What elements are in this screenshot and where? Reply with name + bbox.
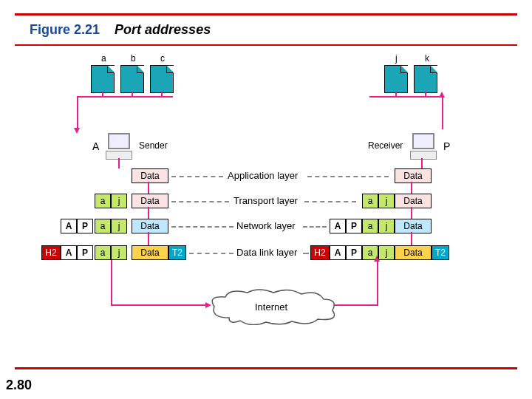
pdu-app-receiver: Data [395, 168, 432, 183]
bus-receiver [369, 96, 443, 98]
arrow-down-icon [74, 128, 80, 134]
hdr-j-r: j [378, 219, 395, 233]
stub [161, 92, 163, 96]
arrow-up-icon [374, 256, 380, 262]
hdr-dst-port-s: j [111, 194, 127, 208]
pdu-dl-sender: Data [132, 245, 168, 260]
hdr-a-s: a [95, 219, 111, 233]
stub [395, 92, 397, 96]
layer-dl: Data link layer [236, 247, 297, 258]
hdr-a-r: a [362, 219, 378, 233]
dash [304, 201, 356, 202]
stub [425, 92, 426, 96]
dash [303, 253, 309, 254]
hdr-j-r2: j [378, 245, 395, 260]
hdr-src-ip-r: A [330, 219, 346, 233]
hdr-src-port-s: a [95, 194, 111, 208]
path-h-left [111, 304, 207, 306]
diagram-page: Figure 2.21 Port addresses a b c j k A S… [0, 0, 532, 399]
rule-bottom [15, 367, 517, 369]
conn [148, 182, 149, 194]
hdr-src-port-r: a [362, 194, 378, 208]
path-down-left [111, 260, 112, 304]
conn [148, 232, 149, 245]
figure-number: Figure 2.21 [30, 22, 100, 37]
hdr-j-s: j [111, 219, 127, 233]
pdu-dl-receiver: Data [395, 245, 432, 260]
trailer-s: T2 [168, 245, 186, 260]
hdr-A-r2: A [330, 245, 346, 260]
dash [307, 176, 389, 177]
dash [303, 226, 327, 228]
hdr-frame-s: H2 [41, 245, 61, 260]
rule-under-title [15, 44, 517, 46]
hdr-j-s2: j [111, 245, 127, 260]
conn [411, 182, 412, 194]
host-role-receiver: Receiver [368, 140, 403, 151]
bus-sender [77, 96, 173, 98]
dash [171, 176, 223, 177]
proc-label-a: a [101, 53, 106, 64]
drop-receiver [442, 96, 443, 129]
stub [132, 92, 133, 96]
layer-trans: Transport layer [233, 195, 298, 206]
conn [411, 232, 412, 245]
internet-label: Internet [255, 301, 287, 313]
path-down-right [377, 260, 378, 304]
pdu-net-receiver: Data [395, 219, 432, 233]
hdr-frame-r: H2 [310, 245, 330, 260]
page-number: 2.80 [6, 378, 32, 393]
hdr-dst-ip-s: P [77, 219, 93, 233]
rule-top [15, 13, 517, 16]
pdu-trans-sender: Data [132, 194, 168, 208]
host-addr-A: A [92, 140, 99, 152]
hdr-A-s2: A [61, 245, 77, 260]
conn [118, 158, 120, 168]
process-doc-b [120, 65, 144, 93]
pdu-app-sender: Data [132, 168, 168, 183]
hdr-P-s2: P [77, 245, 93, 260]
conn [148, 207, 149, 219]
pc-receiver [408, 133, 439, 163]
hdr-dst-ip-r: P [346, 219, 362, 233]
process-doc-j [384, 65, 408, 93]
process-doc-k [414, 65, 437, 93]
hdr-src-ip-s: A [61, 219, 77, 233]
layer-app: Application layer [228, 170, 298, 181]
proc-label-j: j [395, 53, 398, 64]
arrow-up-icon [439, 92, 445, 98]
layer-net: Network layer [236, 220, 295, 231]
pdu-net-sender: Data [132, 219, 168, 233]
hdr-dst-port-r: j [378, 194, 395, 208]
proc-label-c: c [160, 53, 165, 64]
figure-title: Figure 2.21 Port addresses [30, 22, 211, 38]
stub [102, 92, 103, 96]
drop-sender [77, 96, 78, 129]
pdu-trans-receiver: Data [395, 194, 432, 208]
proc-label-k: k [425, 53, 429, 64]
dash [171, 226, 233, 228]
proc-label-b: b [131, 53, 136, 64]
hdr-a-s2: a [95, 245, 111, 260]
dash [171, 201, 229, 202]
dash [189, 253, 233, 254]
process-doc-a [91, 65, 115, 93]
host-addr-P: P [443, 140, 450, 152]
figure-caption: Port addresses [115, 22, 211, 37]
host-role-sender: Sender [139, 140, 168, 151]
process-doc-c [150, 65, 174, 93]
conn [411, 207, 412, 219]
trailer-r: T2 [432, 245, 449, 260]
hdr-P-r2: P [346, 245, 362, 260]
conn [421, 158, 423, 168]
